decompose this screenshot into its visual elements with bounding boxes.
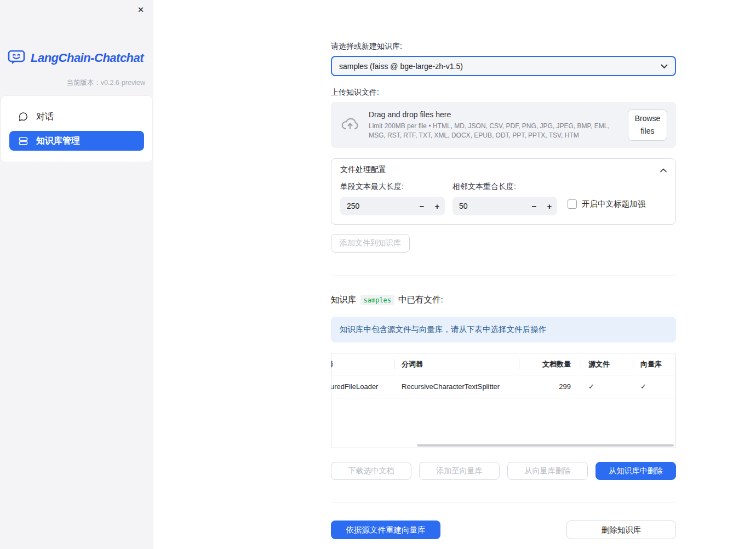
divider (331, 276, 676, 276)
cloud-upload-icon (340, 116, 360, 134)
close-icon: ✕ (138, 5, 145, 14)
app-root: ✕ LangChain-Chatchat 当前版本：v0.2.6-preview (0, 0, 756, 549)
app-title: LangChain-Chatchat (31, 51, 144, 65)
decrement-button[interactable]: − (526, 197, 542, 215)
kb-files-prefix: 知识库 (331, 295, 357, 304)
column-header-source-file[interactable]: 源文件 (581, 353, 633, 375)
kb-files-heading: 知识库samples中已有文件: (331, 294, 676, 306)
expander-header[interactable]: 文件处理配置 (331, 159, 675, 180)
sidebar-item-label: 对话 (36, 111, 54, 123)
cell-source-check: ✓ (581, 375, 633, 398)
check-icon: ✓ (640, 382, 646, 391)
sidebar-menu: 对话 知识库管理 (1, 96, 152, 162)
overlap-size-label: 相邻文本重合长度: (453, 182, 557, 192)
zh-title-enhance-checkbox-row[interactable]: 开启中文标题加强 (568, 195, 645, 213)
cell-loader: uredFileLoader (331, 375, 394, 398)
overlap-size-input[interactable]: 50 − + (453, 197, 557, 215)
sidebar-item-kb-management[interactable]: 知识库管理 (9, 131, 144, 151)
chunk-size-input[interactable]: 250 − + (340, 197, 445, 215)
sidebar: ✕ LangChain-Chatchat 当前版本：v0.2.6-preview (0, 0, 153, 549)
version-text: 当前版本：v0.2.6-preview (0, 78, 145, 88)
column-header-doc-count[interactable]: 文档数量 (519, 353, 581, 375)
version-value: v0.2.6-preview (101, 79, 145, 87)
kb-select-label: 请选择或新建知识库: (331, 42, 676, 52)
delete-from-vector-store-button[interactable]: 从向量库删除 (507, 462, 588, 480)
expander-body: 单段文本最大长度: 250 − + 相邻文本重合长度: 50 − + (331, 180, 675, 224)
checkbox-unchecked[interactable] (568, 199, 577, 209)
kb-files-suffix: 中已有文件: (398, 295, 443, 304)
app-logo: LangChain-Chatchat (7, 47, 153, 69)
sidebar-item-dialogue[interactable]: 对话 (9, 107, 144, 127)
add-files-to-kb-button[interactable]: 添加文件到知识库 (331, 234, 410, 253)
dropzone-limit-text: Limit 200MB per file • HTML, MD, JSON, C… (369, 122, 621, 139)
sidebar-item-label: 知识库管理 (36, 135, 80, 147)
spacer (568, 182, 645, 195)
delete-from-kb-button[interactable]: 从知识库中删除 (595, 462, 676, 480)
expander-title: 文件处理配置 (340, 165, 386, 175)
divider (331, 502, 676, 502)
file-actions-row: 下载选中文档 添加至向量库 从向量库删除 从知识库中删除 (331, 462, 676, 480)
column-header-splitter[interactable]: 分词器 (394, 353, 519, 375)
kb-selectbox-value: samples (faiss @ bge-large-zh-v1.5) (339, 62, 661, 71)
chunk-size-field: 单段文本最大长度: 250 − + (340, 182, 445, 215)
overlap-size-value: 50 (459, 202, 526, 210)
chat-bubble-icon (18, 112, 29, 122)
cell-doc-count: 299 (519, 375, 581, 398)
cell-vector-check: ✓ (633, 375, 675, 398)
dropzone-title: Drag and drop files here (369, 110, 621, 119)
file-config-expander: 文件处理配置 单段文本最大长度: 250 − + (331, 158, 676, 225)
increment-button[interactable]: + (542, 197, 557, 215)
table-horizontal-scrollbar[interactable] (417, 444, 674, 447)
database-stack-icon (18, 136, 29, 146)
table-header-row: 器 分词器 文档数量 源文件 向量库 (331, 353, 675, 375)
download-selected-button[interactable]: 下载选中文档 (331, 462, 411, 480)
increment-button[interactable]: + (429, 197, 445, 215)
chevron-down-icon (661, 61, 668, 71)
files-table: 器 分词器 文档数量 源文件 向量库 uredFileLoader Recurs… (331, 353, 676, 448)
version-label: 当前版本： (66, 79, 101, 87)
cell-splitter: RecursiveCharacterTextSplitter (394, 375, 519, 398)
dropzone-text: Drag and drop files here Limit 200MB per… (369, 110, 628, 139)
add-to-vector-store-button[interactable]: 添加至向量库 (419, 462, 500, 480)
file-dropzone[interactable]: Drag and drop files here Limit 200MB per… (331, 102, 676, 148)
table-row[interactable]: uredFileLoader RecursiveCharacterTextSpl… (331, 375, 675, 398)
main-area: 请选择或新建知识库: samples (faiss @ bge-large-zh… (153, 0, 756, 549)
kb-selectbox[interactable]: samples (faiss @ bge-large-zh-v1.5) (331, 56, 676, 76)
upload-label: 上传知识文件: (331, 88, 676, 98)
delete-kb-button[interactable]: 删除知识库 (566, 521, 676, 539)
info-alert-text: 知识库中包含源文件与向量库，请从下表中选择文件后操作 (340, 325, 546, 334)
rebuild-vector-store-button[interactable]: 依据源文件重建向量库 (331, 521, 440, 539)
browse-files-button[interactable]: Browse files (628, 109, 667, 141)
column-header-vector-store[interactable]: 向量库 (633, 353, 675, 375)
checkbox-label: 开启中文标题加强 (582, 199, 645, 209)
check-icon: ✓ (588, 382, 594, 391)
chunk-size-label: 单段文本最大长度: (340, 182, 445, 192)
overlap-size-field: 相邻文本重合长度: 50 − + (453, 182, 557, 215)
kb-name-code: samples (360, 295, 395, 305)
chatchat-logo-icon (7, 47, 26, 69)
kb-actions-row: 依据源文件重建向量库 删除知识库 (331, 521, 676, 539)
info-alert: 知识库中包含源文件与向量库，请从下表中选择文件后操作 (331, 317, 676, 342)
sidebar-close-button[interactable]: ✕ (135, 4, 147, 16)
content-column: 请选择或新建知识库: samples (faiss @ bge-large-zh… (331, 0, 676, 539)
zh-title-enhance-field: 开启中文标题加强 (568, 182, 645, 215)
chevron-up-icon (660, 165, 667, 175)
chunk-size-value: 250 (347, 202, 414, 210)
decrement-button[interactable]: − (414, 197, 429, 215)
column-header-loader[interactable]: 器 (331, 353, 394, 375)
